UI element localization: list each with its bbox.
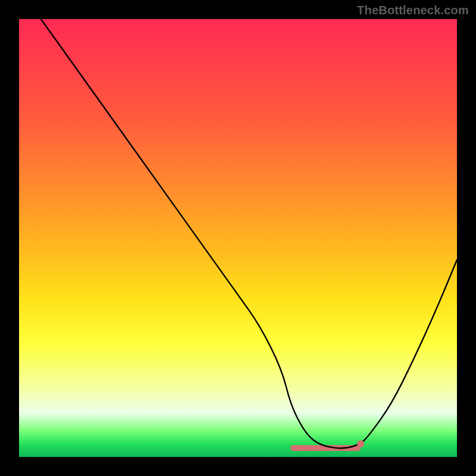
plot-area bbox=[19, 19, 457, 457]
marker-dot bbox=[357, 440, 364, 447]
watermark-text: TheBottleneck.com bbox=[357, 4, 469, 17]
bottleneck-curve bbox=[19, 19, 457, 457]
chart-frame: TheBottleneck.com bbox=[0, 0, 476, 476]
curve-path bbox=[41, 19, 457, 448]
